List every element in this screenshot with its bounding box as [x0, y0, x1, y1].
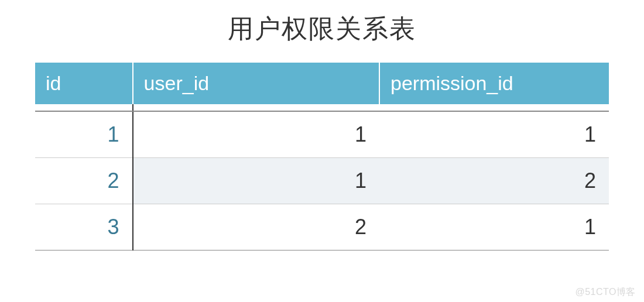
table-row: 1 1 1	[35, 111, 609, 158]
user-permission-table-container: id user_id permission_id 1 1 1 2 1 2	[35, 63, 609, 250]
user-permission-table: id user_id permission_id 1 1 1 2 1 2	[35, 63, 609, 250]
cell-permission-id: 1	[379, 204, 609, 250]
cell-user-id: 1	[133, 111, 379, 158]
cell-user-id: 2	[133, 204, 379, 250]
cell-id: 3	[35, 204, 133, 250]
table-header-user-id: user_id	[133, 63, 379, 104]
table-header-permission-id: permission_id	[379, 63, 609, 104]
table-header-id: id	[35, 63, 133, 104]
cell-permission-id: 1	[379, 111, 609, 158]
page-title: 用户权限关系表	[35, 12, 609, 46]
cell-id: 2	[35, 158, 133, 204]
cell-permission-id: 2	[379, 158, 609, 204]
watermark: @51CTO博客	[575, 286, 636, 298]
table-separator	[35, 104, 609, 111]
table-row: 3 2 1	[35, 204, 609, 250]
cell-user-id: 1	[133, 158, 379, 204]
cell-id: 1	[35, 111, 133, 158]
table-row: 2 1 2	[35, 158, 609, 204]
table-header-row: id user_id permission_id	[35, 63, 609, 104]
